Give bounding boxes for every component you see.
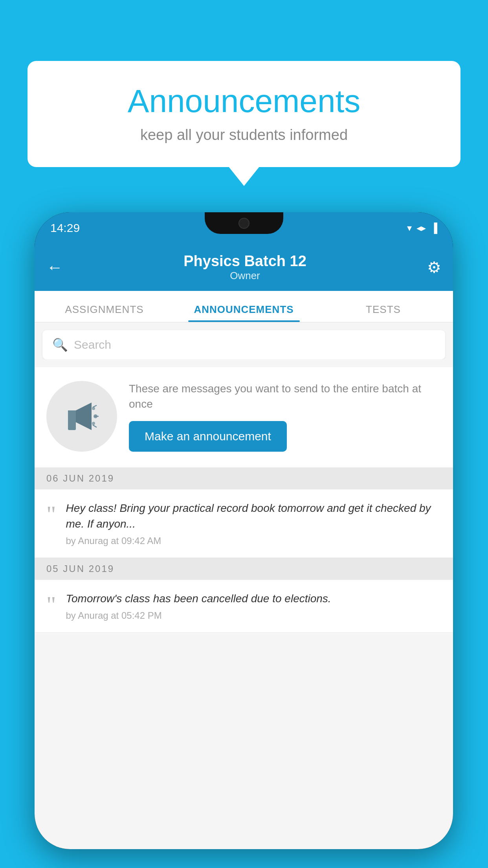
search-icon: 🔍 [52,337,68,352]
signal-icon: ◂▸ [416,223,426,234]
speech-bubble-subtitle: keep all your students informed [51,127,437,143]
announcement-item-1[interactable]: " Hey class! Bring your practical record… [35,489,453,557]
date-divider-2: 05 JUN 2019 [35,558,453,580]
speech-bubble: Announcements keep all your students inf… [28,61,460,167]
batch-role: Owner [183,270,306,282]
announcement-promo-card: These are messages you want to send to t… [35,367,453,467]
tab-tests[interactable]: TESTS [314,303,453,322]
speech-bubble-container: Announcements keep all your students inf… [28,61,460,167]
announcement-meta-2: by Anurag at 05:42 PM [66,610,331,621]
date-divider-1: 06 JUN 2019 [35,467,453,489]
quote-icon-1: " [46,502,56,526]
search-placeholder: Search [74,338,111,351]
phone-frame: 14:29 ▾ ◂▸ ▐ ← Physics Batch 12 Owner ⚙ … [35,212,453,849]
announcement-text-1: Hey class! Bring your practical record b… [66,500,442,531]
speech-bubble-title: Announcements [51,83,437,120]
status-time: 14:29 [50,221,80,235]
svg-line-8 [93,425,97,427]
search-bar[interactable]: 🔍 Search [42,330,445,359]
announcement-meta-1: by Anurag at 09:42 AM [66,535,442,546]
tabs-bar: ASSIGNMENTS ANNOUNCEMENTS TESTS [35,291,453,322]
svg-point-5 [92,422,95,425]
announcement-text-2: Tomorrow's class has been cancelled due … [66,591,331,606]
announcement-item-2[interactable]: " Tomorrow's class has been cancelled du… [35,580,453,633]
app-header: ← Physics Batch 12 Owner ⚙ [35,244,453,291]
tab-announcements[interactable]: ANNOUNCEMENTS [174,303,314,322]
batch-title: Physics Batch 12 [183,253,306,270]
app-body: 🔍 Search These are m [35,322,453,849]
tab-assignments[interactable]: ASSIGNMENTS [35,303,174,322]
announcement-content-1: Hey class! Bring your practical record b… [66,500,442,546]
quote-icon-2: " [46,593,56,616]
announcement-content-2: Tomorrow's class has been cancelled due … [66,591,331,621]
make-announcement-button[interactable]: Make an announcement [129,421,287,452]
section-gap [35,359,453,367]
announce-right: These are messages you want to send to t… [129,381,441,452]
svg-line-6 [93,405,97,407]
header-center: Physics Batch 12 Owner [183,253,306,282]
battery-icon: ▐ [431,223,437,234]
megaphone-icon [62,397,101,436]
announce-icon-circle [46,381,117,452]
svg-rect-2 [68,420,76,430]
settings-button[interactable]: ⚙ [427,258,441,276]
svg-marker-1 [76,403,92,430]
status-icons: ▾ ◂▸ ▐ [407,223,437,234]
phone-camera [238,218,250,229]
announce-description: These are messages you want to send to t… [129,381,441,412]
wifi-icon: ▾ [407,223,412,234]
back-button[interactable]: ← [46,258,63,277]
